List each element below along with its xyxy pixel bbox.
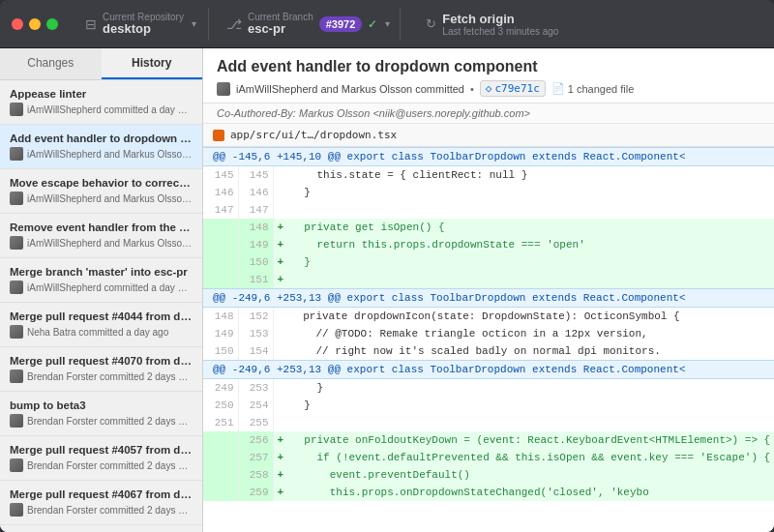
commit-item-title: Appease linter: [10, 88, 193, 100]
diff-code: [287, 201, 773, 219]
maximize-button[interactable]: [46, 18, 58, 30]
old-line-num: 146: [203, 184, 238, 201]
commit-author: Neha Batra committed a day ago: [27, 327, 168, 338]
diff-sign: +: [273, 484, 287, 501]
branch-name: esc-pr: [248, 22, 313, 35]
git-icon: ◇: [486, 82, 492, 95]
new-line-num: 258: [238, 466, 273, 484]
diff-code: // @TODO: Remake triangle octicon in a 1…: [286, 325, 774, 342]
tab-history[interactable]: History: [102, 48, 203, 79]
commit-author: iAmWillShepherd and Markus Olsson...: [27, 238, 193, 249]
commit-item-title: Remove event handler from the bra...: [10, 222, 193, 233]
changed-files-badge: 📄 1 changed file: [551, 82, 635, 95]
old-line-num: [203, 271, 238, 288]
new-line-num: 152: [238, 308, 273, 325]
commit-item[interactable]: Remove event handler from the bra... iAm…: [0, 214, 202, 258]
commit-item[interactable]: Move escape behavior to correct co... iA…: [0, 169, 202, 214]
old-line-num: 249: [203, 379, 238, 397]
commit-item[interactable]: bump to beta3 Brendan Forster committed …: [0, 392, 202, 436]
commit-item[interactable]: Merge pull request #4044 from des... Neh…: [0, 303, 202, 347]
diff-code: event.preventDefault(): [287, 466, 774, 484]
diff-line: 151 +: [203, 271, 774, 288]
chevron-down-icon: ▾: [192, 18, 196, 29]
old-line-num: [203, 253, 238, 271]
commit-author: iAmWillShepherd and Markus Olsson...: [27, 149, 193, 160]
new-line-num: 149: [238, 236, 273, 253]
commit-item[interactable]: Appease linter iAmWillShepherd committed…: [0, 80, 202, 125]
fetch-origin-button[interactable]: ↻ Fetch origin Last fetched 3 minutes ag…: [412, 8, 572, 41]
old-line-num: 149: [203, 325, 238, 342]
fetch-title: Fetch origin: [442, 12, 558, 26]
diff-line: 250 254 }: [203, 397, 774, 414]
diff-line: 256 + private onFoldoutKeyDown = (event:…: [203, 431, 774, 449]
tab-changes[interactable]: Changes: [0, 48, 102, 79]
commit-item[interactable]: Merge pull request #4070 from desk... Br…: [0, 347, 202, 392]
diff-sign: [273, 308, 286, 325]
commit-item[interactable]: Merge pull request #4057 from desk... Br…: [0, 436, 202, 481]
commit-author: iAmWillShepherd committed a day ago: [27, 282, 193, 293]
commit-author: iAmWillShepherd and Markus Olsson...: [27, 193, 193, 204]
commit-item-title: Merge branch 'master' into esc-pr: [10, 266, 193, 278]
diff-line: 148 + private get isOpen() {: [203, 219, 774, 236]
traffic-lights: [12, 18, 58, 30]
old-line-num: [203, 219, 238, 236]
commit-item-title: Merge pull request #4057 from desk...: [10, 444, 193, 456]
diff-sign: +: [273, 236, 287, 253]
commit-item[interactable]: Add event handler to dropdown comp... iA…: [0, 125, 202, 169]
fetch-subtitle: Last fetched 3 minutes ago: [442, 26, 558, 37]
commit-item[interactable]: Merge pull request #4067 from desk... Br…: [0, 481, 202, 525]
diff-line: 149 + return this.props.dropdownState ==…: [203, 236, 774, 253]
repo-selector[interactable]: ⊟ Current Repository desktop ▾: [74, 8, 209, 41]
commit-meta: iAmWillShepherd and Markus Olsson...: [10, 192, 193, 205]
sha-badge[interactable]: ◇ c79e71c: [480, 80, 546, 97]
avatar: [10, 414, 23, 428]
close-button[interactable]: [12, 18, 23, 30]
old-line-num: 250: [203, 397, 238, 414]
sync-icon: ↻: [426, 16, 436, 31]
diff-sign: [273, 325, 286, 342]
diff-sign: [273, 414, 287, 431]
new-line-num: 259: [238, 484, 273, 501]
diff-line: 257 + if (!event.defaultPrevented && thi…: [203, 449, 774, 466]
repo-icon: ⊟: [85, 16, 97, 32]
old-line-num: 150: [203, 342, 238, 360]
diff-sign: [273, 201, 287, 219]
avatar: [10, 103, 23, 116]
diff-view[interactable]: app/src/ui/t…/dropdown.tsx @@ -145,6 +14…: [203, 124, 774, 532]
branch-selector[interactable]: ⎇ Current Branch esc-pr #3972 ✓ ▾: [217, 8, 401, 41]
bullet: •: [470, 83, 474, 95]
avatar: [10, 192, 23, 205]
commit-author: Brendan Forster committed 2 days ago: [27, 371, 193, 382]
commit-title: Add event handler to dropdown component: [217, 58, 760, 75]
sha-value: c79e71c: [494, 82, 539, 95]
commit-item-title: Merge pull request #4070 from desk...: [10, 355, 193, 367]
diff-line: 258 + event.preventDefault(): [203, 466, 774, 484]
commit-meta: iAmWillShepherd and Markus Olsson...: [10, 147, 193, 161]
commit-meta: iAmWillShepherd and Markus Olsson...: [10, 236, 193, 250]
diff-code: private get isOpen() {: [287, 219, 773, 236]
new-line-num: 256: [238, 431, 273, 449]
branch-icon: ⎇: [226, 16, 242, 32]
diff-code: this.props.onDropdownStateChanged('close…: [287, 484, 774, 501]
diff-line: 259 + this.props.onDropdownStateChanged(…: [203, 484, 774, 501]
diff-sign: [273, 342, 286, 360]
commit-author: Brendan Forster committed 2 days ago: [27, 505, 193, 516]
old-line-num: [203, 466, 238, 484]
diff-code: if (!event.defaultPrevented && this.isOp…: [287, 449, 774, 466]
diff-code: [287, 414, 774, 431]
commit-item[interactable]: Release to 1.1.0-beta2 Neha Batra commit…: [0, 525, 202, 532]
commit-meta: Brendan Forster committed 2 days ago: [10, 369, 193, 383]
commit-item-title: Merge pull request #4067 from desk...: [10, 488, 193, 500]
commit-item[interactable]: Merge branch 'master' into esc-pr iAmWil…: [0, 258, 202, 303]
old-line-num: 148: [203, 308, 238, 325]
commit-meta: Brendan Forster committed 2 days ago: [10, 503, 193, 517]
minimize-button[interactable]: [29, 18, 41, 30]
diff-sign: +: [273, 466, 287, 484]
new-line-num: 153: [238, 325, 273, 342]
diff-sign: +: [273, 219, 287, 236]
avatar: [10, 503, 23, 517]
commit-item-title: bump to beta3: [10, 399, 193, 411]
old-line-num: 145: [203, 166, 238, 184]
diff-line: 150 + }: [203, 253, 774, 271]
diff-sign: [273, 379, 287, 397]
